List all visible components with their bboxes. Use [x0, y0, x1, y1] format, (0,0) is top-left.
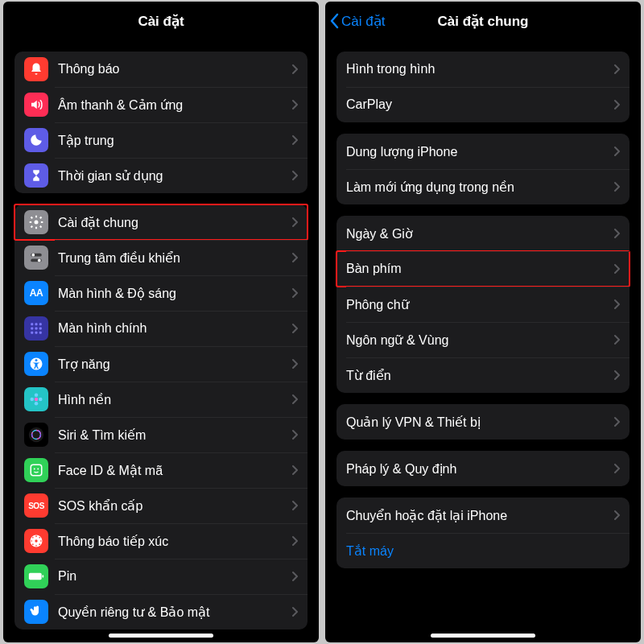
group-general: Cài đặt chungTrung tâm điều khiểnAAMàn h… [14, 204, 308, 630]
bell-icon [24, 57, 48, 81]
home-indicator[interactable] [109, 634, 213, 638]
row-sos-kha-n-ca-p[interactable]: SOSSOS khẩn cấp [14, 488, 308, 523]
group-legal: Pháp lý & Quy định [336, 451, 630, 486]
home-indicator[interactable] [431, 634, 535, 638]
chevron-right-icon [291, 323, 298, 334]
row-ngo-n-ngu-vu-ng[interactable]: Ngôn ngữ & Vùng [336, 322, 630, 357]
svg-rect-12 [35, 332, 38, 334]
svg-point-35 [32, 543, 34, 545]
row-tho-i-gian-su-du-ng[interactable]: Thời gian sử dụng [14, 158, 308, 193]
chevron-right-icon [291, 358, 298, 369]
navbar: Cài đặt Cài đặt chung [325, 2, 641, 40]
row-pha-p-ly-quy-i-nh[interactable]: Pháp lý & Quy định [336, 451, 630, 486]
row-ta-t-ma-y[interactable]: Tắt máy [336, 533, 630, 568]
chevron-right-icon [291, 64, 298, 75]
back-label: Cài đặt [341, 13, 385, 30]
row-qua-n-ly-vpn-thie-t-bi-[interactable]: Quản lý VPN & Thiết bị [336, 404, 630, 440]
svg-rect-11 [31, 332, 33, 334]
row-ba-n-phi-m[interactable]: Bàn phím [336, 251, 630, 287]
row-label: Dung lượng iPhone [346, 144, 613, 159]
row-label: Thông báo tiếp xúc [58, 534, 291, 549]
row-label: Trung tâm điều khiển [58, 250, 291, 266]
exposure-icon [24, 529, 48, 553]
chevron-right-icon [613, 334, 620, 345]
row-quye-n-rie-ng-tu-ba-o-ma-t[interactable]: Quyền riêng tư & Bảo mật [14, 594, 308, 630]
row-tho-ng-ba-o-tie-p-xu-c[interactable]: Thông báo tiếp xúc [14, 523, 308, 559]
flower-icon [24, 387, 48, 411]
row-ta-p-trung[interactable]: Tập trung [14, 122, 308, 158]
row-tro-na-ng[interactable]: Trợ năng [14, 346, 308, 382]
row-label: CarPlay [346, 97, 613, 112]
row-hi-nh-trong-hi-nh[interactable]: Hình trong hình [336, 52, 630, 87]
row-label: Hình trong hình [346, 62, 613, 76]
group-storage: Dung lượng iPhoneLàm mới ứng dụng trong … [336, 134, 630, 204]
hand-icon [24, 600, 48, 624]
chevron-right-icon [291, 134, 298, 146]
group-notifications: Thông báoÂm thanh & Cảm ứngTập trungThời… [14, 52, 308, 193]
chevron-right-icon [613, 416, 620, 427]
row-label: Pháp lý & Quy định [346, 461, 613, 477]
row-label: Từ điển [346, 368, 613, 383]
row-label: Ngày & Giờ [346, 226, 613, 242]
row-label: Làm mới ứng dụng trong nền [346, 180, 613, 195]
row-carplay[interactable]: CarPlay [336, 87, 630, 122]
row-pho-ng-chu-[interactable]: Phông chữ [336, 287, 630, 322]
row-label: Màn hình chính [58, 321, 291, 336]
hourglass-icon [24, 163, 48, 188]
row-label: SOS khẩn cấp [58, 498, 291, 514]
chevron-right-icon [291, 252, 298, 263]
row-label: Hình nền [58, 392, 291, 407]
row-la-m-mo-i-u-ng-du-ng-trong-ne-n[interactable]: Làm mới ứng dụng trong nền [336, 169, 630, 204]
row-label: Pin [58, 569, 291, 584]
svg-point-0 [35, 221, 39, 225]
chevron-right-icon [613, 64, 620, 75]
row-ma-n-hi-nh-o-sa-ng[interactable]: AAMàn hình & Độ sáng [14, 275, 308, 311]
aa-icon: AA [24, 281, 48, 305]
svg-point-34 [39, 537, 40, 539]
chevron-right-icon [613, 99, 620, 110]
svg-point-31 [31, 540, 32, 542]
row-nga-y-gio-[interactable]: Ngày & Giờ [336, 216, 630, 251]
chevron-right-icon [613, 146, 620, 157]
svg-point-18 [35, 402, 39, 406]
page-title: Cài đặt [138, 13, 184, 30]
row-hi-nh-ne-n[interactable]: Hình nền [14, 382, 308, 417]
svg-rect-39 [43, 575, 44, 577]
row-siri-ti-m-kie-m[interactable]: Siri & Tìm kiếm [14, 417, 308, 452]
row-trung-ta-m-ie-u-khie-n[interactable]: Trung tâm điều khiển [14, 240, 308, 275]
battery-icon [24, 564, 48, 588]
general-settings-screen: Cài đặt Cài đặt chung Hình trong hìnhCar… [325, 2, 641, 642]
row-label: Bàn phím [346, 262, 613, 276]
row-chuye-n-hoa-c-a-t-la-i-iphone[interactable]: Chuyển hoặc đặt lại iPhone [336, 497, 630, 533]
svg-point-17 [35, 394, 39, 398]
chevron-right-icon [613, 463, 620, 474]
settings-screen: Cài đặt Thông báoÂm thanh & Cảm ứngTập t… [3, 2, 319, 642]
svg-rect-7 [39, 323, 42, 325]
row-tu-ie-n[interactable]: Từ điển [336, 357, 630, 393]
back-button[interactable]: Cài đặt [330, 2, 385, 40]
row-ca-i-a-t-chung[interactable]: Cài đặt chung [14, 204, 308, 240]
settings-list[interactable]: Thông báoÂm thanh & Cảm ứngTập trungThời… [3, 40, 319, 642]
row-dung-lu-o-ng-iphone[interactable]: Dung lượng iPhone [336, 134, 630, 169]
svg-point-32 [40, 540, 42, 542]
row-label: Âm thanh & Cảm ứng [58, 97, 291, 113]
svg-rect-5 [31, 323, 33, 325]
row-face-id-ma-t-ma-[interactable]: Face ID & Mật mã [14, 452, 308, 488]
svg-point-26 [34, 469, 35, 470]
chevron-right-icon [291, 464, 298, 476]
row-ma-n-hi-nh-chi-nh[interactable]: Màn hình chính [14, 311, 308, 346]
chevron-left-icon [330, 13, 340, 29]
row-pin[interactable]: Pin [14, 559, 308, 594]
row-label: Quản lý VPN & Thiết bị [346, 415, 613, 430]
row-a-m-thanh-ca-m-u-ng[interactable]: Âm thanh & Cảm ứng [14, 87, 308, 122]
row-label: Phông chữ [346, 297, 613, 312]
row-label: Cài đặt chung [58, 215, 291, 230]
svg-rect-10 [39, 328, 42, 330]
general-list[interactable]: Hình trong hìnhCarPlay Dung lượng iPhone… [325, 40, 641, 642]
chevron-right-icon [291, 535, 298, 547]
svg-point-2 [31, 254, 35, 257]
row-label: Quyền riêng tư & Bảo mật [58, 605, 291, 620]
svg-point-29 [35, 535, 37, 537]
chevron-right-icon [291, 500, 298, 511]
row-tho-ng-ba-o[interactable]: Thông báo [14, 52, 308, 87]
